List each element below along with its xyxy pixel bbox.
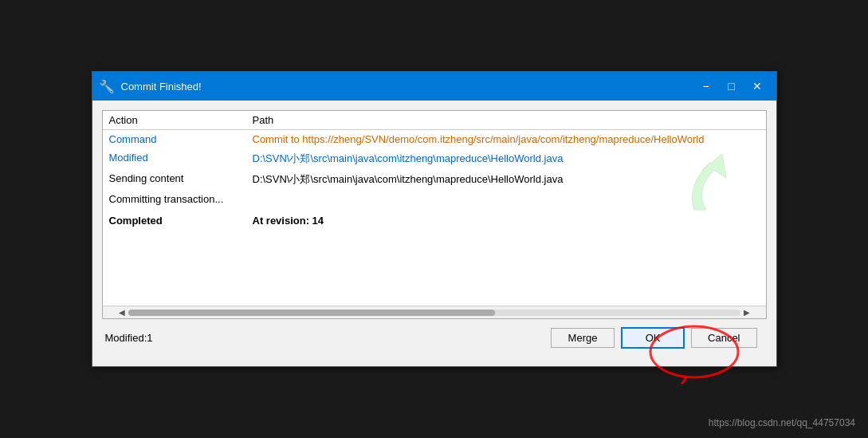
window-body: Action Path Command Commit to https://zh… [92,101,776,366]
cancel-button[interactable]: Cancel [691,328,756,348]
table-header: Action Path [103,111,766,130]
horizontal-scrollbar[interactable]: ◀ ▶ [103,306,766,318]
scrollbar-thumb[interactable] [128,310,496,316]
footer: Modified:1 Merge OK Cancel [102,319,767,357]
app-icon: 🔧 [99,79,115,94]
action-cell: Committing transaction... [109,191,253,207]
action-cell: Modified [109,150,253,165]
action-cell: Completed [109,213,253,228]
scroll-right-icon[interactable]: ▶ [740,308,753,317]
minimize-button[interactable]: − [693,75,719,97]
title-bar: 🔧 Commit Finished! − □ ✕ [92,72,776,101]
table-body: Command Commit to https://zheng/SVN/demo… [103,130,766,306]
maximize-button[interactable]: □ [719,75,744,97]
merge-button[interactable]: Merge [551,328,615,348]
scroll-left-icon[interactable]: ◀ [116,308,128,317]
action-cell: Sending content [109,171,253,186]
path-column-header: Path [253,114,760,126]
table-row: Command Commit to https://zheng/SVN/demo… [103,130,766,148]
table-row: Sending content D:\SVN\小郑\src\main\java\… [103,169,766,190]
commit-table: Action Path Command Commit to https://zh… [102,110,767,319]
scrollbar-track[interactable] [128,310,740,316]
table-row: Modified D:\SVN\小郑\src\main\java\com\itz… [103,148,766,169]
path-cell: Commit to https://zheng/SVN/demo/com.itz… [253,132,760,147]
commit-dialog: 🔧 Commit Finished! − □ ✕ Action Path [92,71,777,367]
status-label: Modified:1 [102,332,545,344]
action-column-header: Action [109,114,253,126]
svn-arrow-icon [670,146,750,226]
ok-button[interactable]: OK [621,327,685,349]
window-title: Commit Finished! [121,81,693,93]
close-button[interactable]: ✕ [744,75,770,97]
window-controls: − □ ✕ [693,75,770,97]
watermark: https://blog.csdn.net/qq_44757034 [709,417,855,428]
action-cell: Command [109,132,253,147]
table-row: Completed At revision: 14 [103,211,766,230]
table-row: Committing transaction... [103,190,766,208]
